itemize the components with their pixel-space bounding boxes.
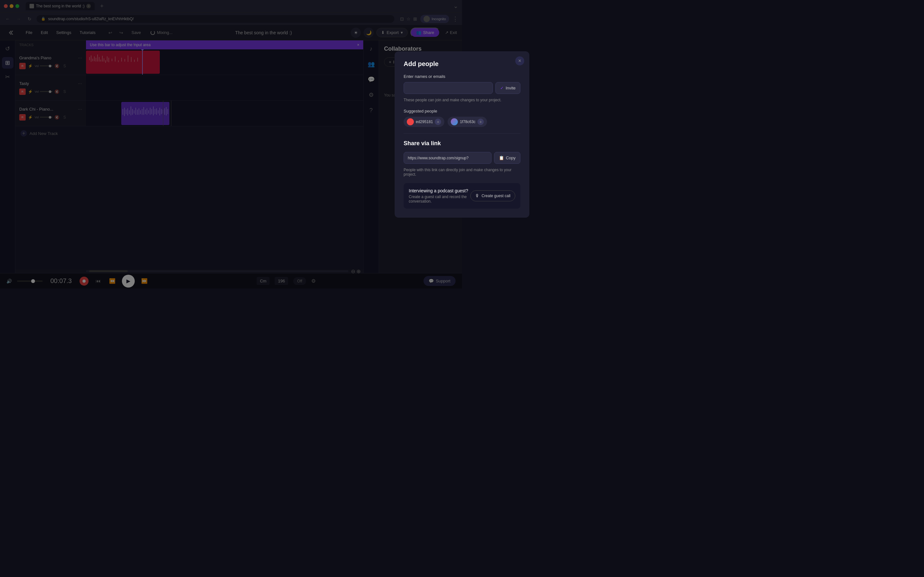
share-title: Share via link [404,140,462,147]
add-people-modal: × Add people Enter names or emails ✓ Inv… [395,51,462,218]
guest-desc: Create a guest call and record the conve… [409,195,462,203]
suggested-person-2: 1f78c63c + [447,117,462,127]
guest-call-section: Interviewing a podcast guest? Create a g… [404,183,462,209]
suggested-avatar-1 [407,118,414,125]
email-input[interactable] [404,82,462,94]
email-input-label: Enter names or emails [404,74,462,79]
guest-title: Interviewing a podcast guest? [409,188,462,193]
modal-title: Add people [404,60,462,68]
suggested-people-label: Suggested people [404,109,462,113]
add-suggested-1-button[interactable]: + [435,119,441,125]
modal-overlay[interactable]: × Add people Enter names or emails ✓ Inv… [0,0,462,288]
suggested-person-1: ed295181 + [404,117,444,127]
suggested-name-1: ed295181 [416,119,433,124]
guest-text-block: Interviewing a podcast guest? Create a g… [409,188,462,203]
suggested-name-2: 1f78c63c [460,119,462,124]
modal-divider [404,133,462,134]
invite-hint: These people can join and make changes t… [404,98,462,102]
invite-input-row: ✓ Invite [404,82,462,94]
suggested-avatar-2 [451,118,458,125]
suggested-people-row: ed295181 + 1f78c63c + [404,117,462,127]
link-hint: People with this link can directly join … [404,168,462,177]
share-link-row: 📋 Copy [404,152,462,164]
share-link-input[interactable] [404,152,462,164]
